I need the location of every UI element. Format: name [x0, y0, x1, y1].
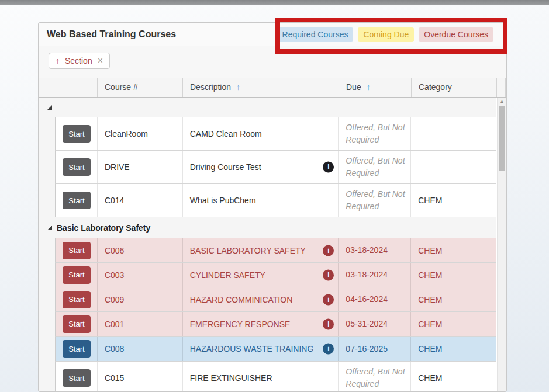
page-title: Web Based Training Courses	[47, 29, 176, 40]
status-legend: Required Courses Coming Due Overdue Cour…	[277, 27, 493, 42]
course-row: Start DRIVE Driving Course Test i Offere…	[55, 151, 496, 184]
course-number-cell: CleanRoom	[98, 117, 183, 150]
info-icon[interactable]: i	[323, 318, 334, 329]
scroll-up-icon[interactable]: ▲	[498, 98, 506, 106]
due-date-cell: 07-16-2025	[339, 337, 411, 361]
info-icon[interactable]: i	[323, 294, 334, 305]
course-row: Start CleanRoom CAMD Clean Room i Offere…	[55, 117, 496, 151]
description-cell: HAZARD COMMINICATION i	[183, 287, 339, 311]
description-cell: HAZARDOUS WASTE TRAINING i	[183, 337, 339, 361]
description-text: What is PubChem	[190, 196, 256, 205]
course-row: Start C003 CYLINDER SAFETY i 03-18-2024 …	[55, 263, 496, 287]
description-text: HAZARD COMMINICATION	[190, 295, 293, 304]
category-cell: CHEM	[411, 337, 496, 361]
start-course-button[interactable]: Start	[63, 369, 91, 387]
action-cell: Start	[56, 337, 98, 361]
description-text: HAZARDOUS WASTE TRAINING	[190, 344, 314, 353]
group-header-row[interactable]: Basic Laboratory Safety	[39, 217, 496, 238]
sort-ascending-icon[interactable]: ↑	[56, 56, 60, 65]
panel-header: Web Based Training Courses Required Cour…	[39, 23, 506, 46]
category-cell: CHEM	[411, 238, 496, 262]
category-cell: CHEM	[411, 184, 496, 217]
collapse-group-icon[interactable]	[47, 226, 52, 230]
course-row: Start C001 EMERGENCY RESPONSE i 05-31-20…	[55, 312, 496, 337]
column-header-course-label: Course #	[105, 82, 138, 92]
course-number-cell: C015	[98, 362, 183, 392]
category-cell: CHEM	[411, 263, 496, 287]
course-row: Start C009 HAZARD COMMINICATION i 04-16-…	[55, 287, 496, 312]
action-cell: Start	[56, 238, 98, 262]
scrollbar-thumb[interactable]	[499, 106, 505, 171]
description-cell: Driving Course Test i	[183, 151, 339, 183]
training-courses-panel: Web Based Training Courses Required Cour…	[38, 22, 507, 392]
description-cell: FIRE EXTINGUISHER i	[183, 362, 339, 392]
description-text: FIRE EXTINGUISHER	[190, 373, 272, 383]
description-text: EMERGENCY RESPONSE	[190, 320, 291, 329]
description-cell: CAMD Clean Room i	[183, 117, 339, 150]
start-course-button[interactable]: Start	[63, 158, 91, 176]
action-cell: Start	[56, 263, 98, 287]
group-title: Basic Laboratory Safety	[57, 223, 150, 233]
description-cell: BASIC LABORATORY SAFETY i	[183, 238, 339, 262]
course-number-cell: C006	[98, 238, 183, 262]
column-header-group	[39, 78, 46, 97]
description-text: Driving Course Test	[190, 162, 261, 172]
due-date-cell: 04-16-2024	[339, 287, 411, 311]
due-date-cell: Offered, But Not Required	[339, 184, 411, 217]
action-cell: Start	[56, 117, 98, 150]
description-cell: CYLINDER SAFETY i	[183, 263, 339, 287]
course-row: Start C006 BASIC LABORATORY SAFETY i 03-…	[55, 238, 496, 263]
start-course-button[interactable]: Start	[63, 291, 91, 308]
course-number-cell: C001	[98, 312, 183, 336]
action-cell: Start	[56, 151, 98, 183]
due-date-cell: Offered, But Not Required	[339, 362, 411, 392]
column-header-action[interactable]	[46, 78, 98, 97]
start-course-button[interactable]: Start	[63, 125, 91, 143]
course-row: Start C014 What is PubChem i Offered, Bu…	[55, 184, 496, 217]
vertical-scrollbar[interactable]: ▲	[497, 98, 506, 392]
info-icon[interactable]: i	[323, 344, 334, 355]
category-cell	[411, 117, 496, 150]
start-course-button[interactable]: Start	[63, 192, 91, 209]
course-row: Start C008 HAZARDOUS WASTE TRAINING i 07…	[55, 337, 496, 362]
info-icon[interactable]: i	[323, 162, 334, 173]
category-cell: CHEM	[411, 362, 496, 392]
description-text: BASIC LABORATORY SAFETY	[190, 246, 306, 255]
section-chip-label: Section	[65, 56, 92, 65]
column-header-course[interactable]: Course #	[98, 78, 183, 97]
section-group-chip[interactable]: ↑ Section ×	[49, 53, 110, 69]
info-icon[interactable]: i	[323, 269, 334, 280]
due-date-cell: 03-18-2024	[339, 238, 411, 262]
description-cell: EMERGENCY RESPONSE i	[183, 312, 339, 336]
sort-ascending-icon[interactable]: ↑	[367, 82, 371, 92]
group-filter-toolbar: ↑ Section ×	[39, 46, 506, 78]
action-cell: Start	[56, 184, 98, 217]
column-header-due-label: Due	[346, 82, 361, 92]
start-course-button[interactable]: Start	[63, 315, 91, 333]
info-icon[interactable]: i	[323, 245, 334, 256]
category-cell	[411, 151, 496, 183]
sort-ascending-icon[interactable]: ↑	[236, 82, 240, 92]
due-date-cell: Offered, But Not Required	[339, 151, 411, 183]
column-header-description-label: Description	[190, 82, 231, 92]
action-cell: Start	[56, 312, 98, 336]
remove-section-group-icon[interactable]: ×	[98, 57, 103, 65]
start-course-button[interactable]: Start	[63, 266, 91, 284]
course-number-cell: C014	[98, 184, 183, 217]
start-course-button[interactable]: Start	[63, 242, 91, 259]
column-header-category[interactable]: Category	[412, 78, 497, 97]
course-number-cell: C009	[98, 287, 183, 311]
due-date-cell: Offered, But Not Required	[339, 117, 411, 150]
action-cell: Start	[56, 287, 98, 311]
collapse-group-icon[interactable]	[47, 105, 52, 110]
category-cell: CHEM	[411, 312, 496, 336]
course-number-cell: C008	[98, 337, 183, 361]
description-text: CAMD Clean Room	[190, 129, 262, 138]
column-header-due[interactable]: Due ↑	[339, 78, 412, 97]
course-number-cell: C003	[98, 263, 183, 287]
group-header-row[interactable]	[39, 98, 496, 117]
start-course-button[interactable]: Start	[63, 340, 91, 358]
column-header-category-label: Category	[419, 82, 452, 92]
due-date-cell: 03-18-2024	[339, 263, 411, 287]
column-header-description[interactable]: Description ↑	[183, 78, 339, 97]
